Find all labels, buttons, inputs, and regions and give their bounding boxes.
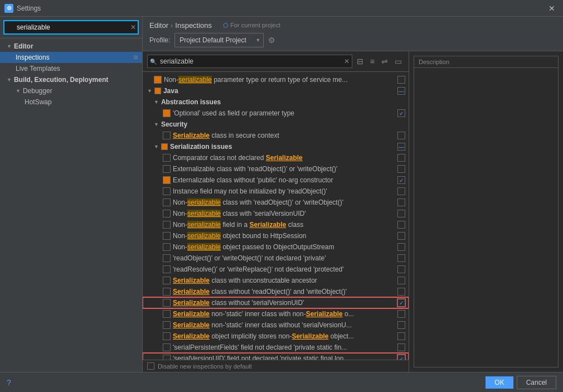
disable-new-inspections-checkbox[interactable]: [147, 362, 154, 370]
sidebar-search-input[interactable]: [3, 20, 139, 35]
build-label: Build, Execution, Deployment: [14, 76, 108, 84]
list-item[interactable]: Comparator class not declared Serializab…: [143, 152, 409, 163]
sidebar-item-live-templates[interactable]: Live Templates: [0, 63, 142, 74]
bottom-bar: ? OK Cancel: [0, 372, 563, 392]
filter-search-input[interactable]: [147, 55, 352, 68]
serialization-issues-section[interactable]: ▼ Serialization issues —: [143, 141, 409, 152]
title-bar: ⚙ Settings ✕: [0, 0, 563, 17]
sidebar-item-debugger[interactable]: ▼ Debugger: [0, 85, 142, 96]
list-item[interactable]: Non-serializable class with 'serialVersi…: [143, 208, 409, 219]
list-item[interactable]: Non-serializable object bound to HttpSes…: [143, 230, 409, 241]
gear-icon[interactable]: ⚙: [268, 36, 275, 45]
list-item[interactable]: Serializable class in secure context: [143, 130, 409, 141]
description-content: [414, 68, 558, 77]
list-item[interactable]: Serializable class without 'readObject()…: [143, 286, 409, 297]
settings-icon: ⚙: [4, 4, 13, 13]
list-item[interactable]: Serializable object implicitly stores no…: [143, 331, 409, 342]
abstraction-issues-section[interactable]: ▼ Abstraction issues: [143, 96, 409, 108]
for-current-project: ⬡ For current project: [223, 22, 280, 29]
breadcrumb: Editor › Inspections ⬡ For current proje…: [149, 21, 556, 30]
security-section[interactable]: ▼ Security: [143, 119, 409, 130]
close-button[interactable]: ✕: [545, 3, 559, 14]
filter-button[interactable]: ⊟: [355, 56, 366, 67]
list-item[interactable]: 'Optional' used as field or parameter ty…: [143, 108, 409, 119]
list-item[interactable]: 'readResolve()' or 'writeReplace()' not …: [143, 264, 409, 275]
title-text: Settings: [17, 4, 41, 12]
description-panel: Description: [414, 56, 559, 367]
list-item[interactable]: Serializable non-'static' inner class wi…: [143, 320, 409, 331]
breadcrumb-part1: Editor: [149, 21, 168, 30]
expand-all-button[interactable]: ≡: [368, 56, 377, 67]
editor-label: Editor: [14, 42, 33, 50]
toggle-button[interactable]: ▭: [392, 56, 404, 67]
help-icon[interactable]: ?: [7, 378, 11, 387]
filter-clear-icon[interactable]: ✕: [344, 57, 350, 65]
live-templates-label: Live Templates: [16, 65, 60, 72]
filter-search-icon: 🔍: [150, 59, 157, 65]
list-item[interactable]: Non-serializable object passed to Object…: [143, 241, 409, 253]
java-section[interactable]: ▼ Java —: [143, 85, 409, 96]
collapse-all-button[interactable]: ⇌: [379, 56, 390, 67]
list-item[interactable]: Non-serializable field in a Serializable…: [143, 219, 409, 230]
breadcrumb-part2: Inspections: [175, 21, 212, 30]
sidebar-search-clear[interactable]: ✕: [130, 23, 136, 31]
list-item[interactable]: Instance field may not be initialized by…: [143, 186, 409, 197]
list-item[interactable]: Non-serializable class with 'readObject(…: [143, 197, 409, 208]
breadcrumb-separator: ›: [171, 21, 173, 30]
hotswap-label: HotSwap: [25, 98, 52, 106]
list-item[interactable]: Non-serializable parameter type or retur…: [143, 74, 409, 85]
cancel-button[interactable]: Cancel: [517, 376, 556, 389]
description-title: Description: [414, 56, 558, 68]
content-area: Editor › Inspections ⬡ For current proje…: [143, 17, 563, 372]
inspections-label: Inspections: [16, 54, 50, 61]
debugger-label: Debugger: [23, 87, 52, 95]
sidebar-item-build[interactable]: ▼ Build, Execution, Deployment: [0, 74, 142, 85]
list-item[interactable]: 'readObject()' or 'writeObject()' not de…: [143, 253, 409, 264]
copy-icon: ⧉: [134, 54, 138, 61]
serializable-no-uid-item[interactable]: Serializable class without 'serialVersio…: [143, 297, 409, 308]
sidebar-item-hotswap[interactable]: HotSwap: [0, 96, 142, 108]
serial-version-uid-item[interactable]: 'serialVersionUID' field not declared 'p…: [143, 353, 409, 360]
list-item[interactable]: Externalizable class with 'readObject()'…: [143, 163, 409, 175]
list-item[interactable]: Externalizable class without 'public' no…: [143, 175, 409, 186]
sidebar: 🔍 ✕ ▼ Editor Inspections ⧉ Live Template…: [0, 17, 143, 372]
list-item[interactable]: Serializable class with unconstructable …: [143, 275, 409, 286]
disable-new-inspections-label: Disable new inspections by default: [158, 363, 252, 370]
sidebar-item-inspections[interactable]: Inspections ⧉: [0, 52, 142, 63]
profile-select[interactable]: Project Default Project: [174, 33, 264, 47]
list-item[interactable]: Serializable non-'static' inner class wi…: [143, 308, 409, 320]
sidebar-item-editor[interactable]: ▼ Editor: [0, 41, 142, 52]
ok-button[interactable]: OK: [486, 376, 513, 389]
profile-label: Profile:: [149, 36, 170, 44]
list-item[interactable]: 'serialPersistentFields' field not decla…: [143, 342, 409, 353]
